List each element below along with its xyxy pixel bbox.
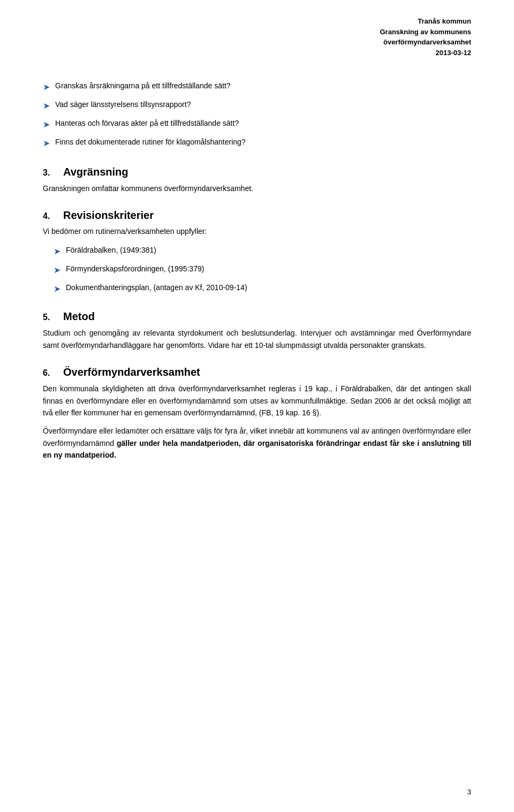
arrow-icon-3: ➤ [43,118,50,131]
section-6-body2-bold: gäller under hela mandatperioden [117,439,239,447]
header-line2: Granskning av kommunens [380,27,472,37]
sub-arrow-icon-3: ➤ [54,283,61,295]
section-6: 6. Överförmyndarverksamhet Den kommunala… [43,366,471,461]
header-line3: överförmyndarverksamhet [380,37,472,48]
section-4-number: 4. [43,211,59,221]
section-6-body2: Överförmyndare eller ledamöter och ersät… [43,425,471,461]
arrow-icon-4: ➤ [43,137,50,150]
header-line4: 2013-03-12 [380,48,472,58]
header-line1: Tranås kommun [380,16,472,27]
section-4-title: Revisionskriterier [63,209,154,222]
bullet-item-4: ➤ Finns det dokumenterade rutiner för kl… [43,136,471,150]
section-5-title: Metod [63,310,95,323]
section-5-heading: 5. Metod [43,310,471,323]
section-3-body: Granskningen omfattar kommunens överförm… [43,183,471,194]
section-3-number: 3. [43,168,59,178]
section-4-heading: 4. Revisionskriterier [43,209,471,222]
intro-bullet-list: ➤ Granskas årsräkningarna på ett tillfre… [43,80,471,150]
section-4-sub-bullets: ➤ Föräldrabalken, (1949:381) ➤ Förmynder… [54,245,471,295]
section-4: 4. Revisionskriterier Vi bedömer om ruti… [43,209,471,295]
section-3-title: Avgränsning [63,166,128,178]
bullet-item-2: ➤ Vad säger länsstyrelsens tillsynsrappo… [43,99,471,112]
bullet-item-3: ➤ Hanteras och förvaras akter på ett til… [43,118,471,131]
section-6-number: 6. [43,368,59,378]
sub-arrow-icon-2: ➤ [54,264,61,277]
section-5-number: 5. [43,313,59,322]
section-6-title: Överförmyndarverksamhet [63,366,200,378]
section-3-heading: 3. Avgränsning [43,166,471,178]
sub-bullet-2: ➤ Förmynderskapsförordningen, (1995:379) [54,263,471,277]
section-6-heading: 6. Överförmyndarverksamhet [43,366,471,378]
section-4-subtitle: Vi bedömer om rutinerna/verksamheten upp… [43,226,471,237]
sub-arrow-icon-1: ➤ [54,245,61,258]
section-5-body: Studium och genomgång av relevanta styrd… [43,327,471,351]
section-3: 3. Avgränsning Granskningen omfattar kom… [43,166,471,194]
section-6-body1: Den kommunala skyldigheten att driva öve… [43,383,471,461]
page-number: 3 [467,788,471,796]
arrow-icon-2: ➤ [43,100,50,112]
sub-bullet-1: ➤ Föräldrabalken, (1949:381) [54,245,471,258]
section-5: 5. Metod Studium och genomgång av releva… [43,310,471,351]
sub-bullet-3: ➤ Dokumenthanteringsplan, (antagen av Kf… [54,282,471,295]
page-header: Tranås kommun Granskning av kommunens öv… [380,16,472,58]
bullet-item-1: ➤ Granskas årsräkningarna på ett tillfre… [43,80,471,94]
arrow-icon-1: ➤ [43,81,50,94]
